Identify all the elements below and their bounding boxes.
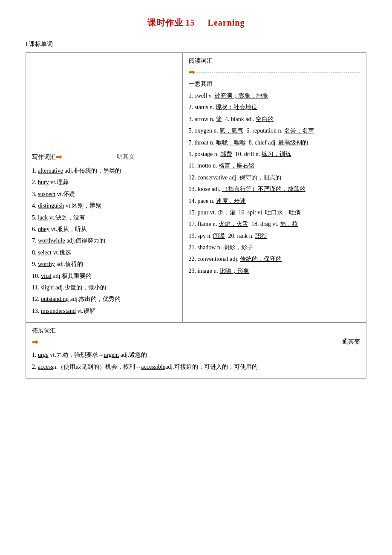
vocab-word: slight: [40, 284, 54, 291]
writing-dashes: [65, 157, 116, 157]
vocab-word: misunderstand: [41, 308, 76, 314]
list-item: 6. obey vt.服从，听从: [32, 225, 176, 234]
vocab-word: alternative: [38, 168, 63, 174]
list-item: 2. accessn.（使用或见到的）机会，权利→accessibleadj.可…: [32, 362, 360, 372]
list-item: 11. slight adj.少量的，微小的: [32, 283, 176, 292]
reading-vocab-list: 1. swell v. 被充满；膨胀，肿胀 2. status n. 现状；社会…: [189, 91, 360, 276]
title-learning: Learning: [208, 18, 245, 27]
list-item: 1. alternative adj.非传统的，另类的: [32, 166, 176, 176]
vocab-word: lack: [38, 214, 48, 221]
vocab-word: select: [38, 249, 52, 256]
yixi-label: 一悉其用: [189, 80, 360, 88]
list-item: 23. image n. 比喻；形象: [189, 266, 360, 276]
page-title: 课时作业 15 Learning: [26, 17, 366, 29]
list-item: 15. pour vt. 倒，灌 16. spit vi. 吐口水，吐痰: [189, 208, 360, 217]
vocab-word: bury: [38, 179, 49, 185]
expand-arrow-icon: ➡: [32, 337, 38, 347]
left-column: 写作词汇 ➡ 明其义 1. alternative adj.非传统的，另类的 2…: [26, 53, 183, 323]
derived-word: accessible: [141, 364, 165, 370]
writing-arrow-line: 写作词汇 ➡ 明其义: [32, 151, 176, 163]
list-item: 13. misunderstand vt.误解: [32, 306, 176, 316]
list-item: 22. conventional adj. 传统的，保守的: [189, 254, 360, 264]
vocab-word: urge: [38, 352, 49, 358]
mingqiyi-label: 明其义: [117, 153, 135, 161]
list-item: 3. arrow n. 箭 4. blank adj. 空白的: [189, 115, 360, 124]
list-item: 8. select vt.挑选: [32, 248, 176, 257]
list-item: 11. motto n. 格言，座右铭: [189, 161, 360, 171]
list-item: 4. distinguish vt.区别，辨别: [32, 201, 176, 211]
list-item: 13. loose adj. （指言行等）不严谨的，放荡的: [189, 185, 360, 194]
writing-vocab-list: 1. alternative adj.非传统的，另类的 2. bury vt.埋…: [32, 166, 176, 316]
title-prefix: 课时作业 15: [147, 18, 195, 27]
vocab-word: distinguish: [38, 202, 64, 209]
list-item: 3. suspect vt.怀疑: [32, 190, 176, 199]
expand-section: 拓展词汇 ➡ 通其变 1. urge vt.力劝，强烈要求→urgent adj…: [26, 323, 366, 379]
list-item: 10. vital adj.极其重要的: [32, 272, 176, 281]
list-item: 21. shadow n. 阴影，影子: [189, 243, 360, 252]
list-item: 7. worthwhile adj.值得努力的: [32, 236, 176, 246]
right-column: 阅读词汇 ➡ 一悉其用 1. swell v. 被充满；膨胀，肿胀 2. sta…: [182, 53, 366, 323]
list-item: 12. conservative adj. 保守的，旧式的: [189, 173, 360, 182]
vocab-word: worthwhile: [38, 237, 65, 244]
vocab-word: suspect: [38, 191, 55, 197]
list-item: 5. lack vt.缺乏，没有: [32, 213, 176, 223]
list-item: 9. postage n. 邮费 10. drill n. 练习，训练: [189, 150, 360, 159]
list-item: 1. swell v. 被充满；膨胀，肿胀: [189, 91, 360, 101]
expand-vocab-list: 1. urge vt.力劝，强烈要求→urgent adj.紧急的 2. acc…: [32, 350, 360, 372]
list-item: 19. spy n. 间谍 20. rank n. 职衔: [189, 231, 360, 241]
list-item: 2. bury vt.埋葬: [32, 178, 176, 187]
derived-word: urgent: [104, 352, 119, 358]
writing-arrow-icon: ➡: [56, 152, 62, 162]
vocab-word: access: [38, 364, 53, 370]
expand-title: 拓展词汇: [32, 327, 360, 335]
expand-arrow-line: ➡ 通其变: [32, 337, 360, 347]
vocab-word: worthy: [38, 261, 55, 267]
list-item: 7. throat n. 喉咙，咽喉 8. chief adj. 最高级别的: [189, 138, 360, 147]
list-item: 2. status n. 现状；社会地位: [189, 103, 360, 112]
expand-end-label: 通其变: [342, 338, 360, 346]
list-item: 9. worthy adj.值得的: [32, 260, 176, 269]
list-item: 1. urge vt.力劝，强烈要求→urgent adj.紧急的: [32, 350, 360, 360]
reading-arrow-icon: ➡: [189, 67, 195, 77]
vocab-word: outstanding: [41, 296, 69, 302]
list-item: 17. flame n. 火焰，火舌 18. drag vt. 拖，拉: [189, 220, 360, 229]
expand-dashes: [40, 342, 340, 342]
reading-dashes: [197, 72, 360, 72]
writing-vocab-title: 写作词汇: [32, 153, 56, 161]
main-vocab-table: 写作词汇 ➡ 明其义 1. alternative adj.非传统的，另类的 2…: [26, 52, 366, 323]
reading-arrow-line: ➡: [189, 67, 360, 77]
list-item: 14. pace n. 速度，步速: [189, 197, 360, 206]
vocab-word: vital: [41, 273, 52, 279]
reading-vocab-title: 阅读词汇: [189, 57, 360, 65]
list-item: 5. oxygen n. 氧，氧气 6. reputation n. 名誉，名声: [189, 126, 360, 136]
section-label: Ⅰ.课标单词: [26, 40, 366, 48]
list-item: 12. outstanding adj.杰出的，优秀的: [32, 295, 176, 304]
vocab-word: obey: [38, 226, 49, 232]
